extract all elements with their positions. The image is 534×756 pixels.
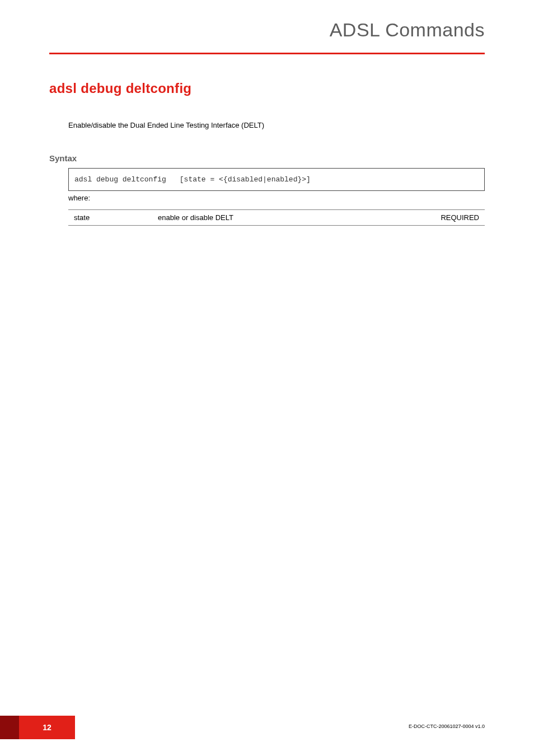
param-description: enable or disable DELT (158, 213, 423, 222)
where-label: where: (68, 194, 90, 202)
page-number-badge: 12 (19, 716, 75, 739)
table-rule-bottom (68, 225, 485, 226)
page-header-title: ADSL Commands (330, 19, 485, 41)
command-title: adsl debug deltconfig (49, 81, 191, 96)
syntax-command: adsl debug deltconfig (74, 175, 175, 184)
syntax-heading: Syntax (49, 153, 77, 163)
parameter-table: state enable or disable DELT REQUIRED (68, 209, 485, 226)
command-description: Enable/disable the Dual Ended Line Testi… (68, 121, 264, 129)
header-divider (49, 53, 485, 54)
footer-accent (0, 716, 19, 739)
document-id: E-DOC-CTC-20061027-0004 v1.0 (409, 724, 485, 729)
syntax-box: adsl debug deltconfig [state = <{disable… (68, 168, 485, 191)
param-name: state (74, 213, 158, 222)
param-required: REQUIRED (423, 213, 479, 222)
page-footer: 12 E-DOC-CTC-20061027-0004 v1.0 (0, 716, 534, 739)
table-row: state enable or disable DELT REQUIRED (68, 210, 485, 225)
syntax-args: [state = <{disabled|enabled}>] (180, 175, 311, 184)
